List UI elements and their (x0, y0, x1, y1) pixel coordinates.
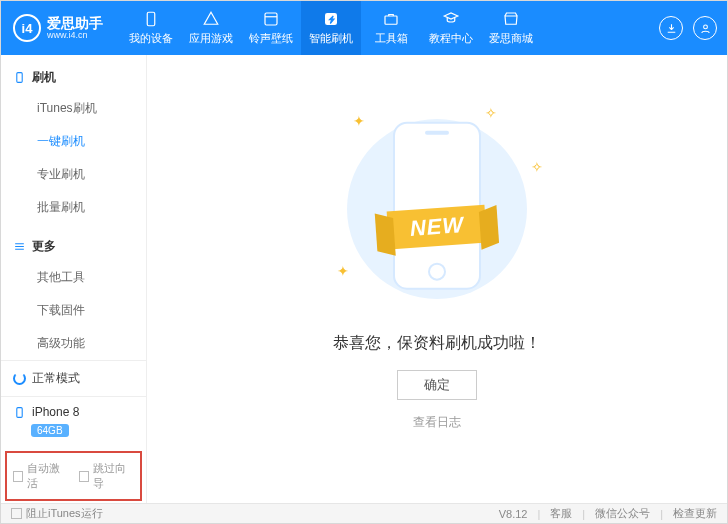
main-content: ✦✧✦✧ NEW 恭喜您，保资料刷机成功啦！ 确定 查看日志 (147, 55, 727, 503)
sidebar-item-advanced[interactable]: 高级功能 (1, 327, 146, 360)
device-mode[interactable]: 正常模式 (1, 361, 146, 397)
sidebar-bottom: 正常模式 iPhone 8 64GB 自动激活 跳过向导 (1, 360, 146, 507)
sidebar: 刷机 iTunes刷机 一键刷机 专业刷机 批量刷机 更多 其他工具 下载固件 … (1, 55, 147, 503)
sidebar-options-highlighted: 自动激活 跳过向导 (5, 451, 142, 501)
nav-apps-games[interactable]: 应用游戏 (181, 1, 241, 55)
header-right (659, 16, 717, 40)
sidebar-item-batch-flash[interactable]: 批量刷机 (1, 191, 146, 224)
svg-rect-7 (17, 407, 22, 417)
sidebar-head-more[interactable]: 更多 (1, 232, 146, 261)
top-nav: 我的设备 应用游戏 铃声壁纸 智能刷机 工具箱 教程中心 爱思商城 (121, 1, 659, 55)
nav-tutorials[interactable]: 教程中心 (421, 1, 481, 55)
brand-name-en: www.i4.cn (47, 30, 103, 41)
app-header: i4 爱思助手 www.i4.cn 我的设备 应用游戏 铃声壁纸 智能刷机 工具… (1, 1, 727, 55)
sidebar-item-oneclick-flash[interactable]: 一键刷机 (1, 125, 146, 158)
sidebar-section-flash: 刷机 iTunes刷机 一键刷机 专业刷机 批量刷机 (1, 55, 146, 224)
sidebar-item-other-tools[interactable]: 其他工具 (1, 261, 146, 294)
success-illustration: ✦✧✦✧ NEW (307, 99, 567, 319)
nav-label: 爱思商城 (489, 31, 533, 46)
checkbox-label: 跳过向导 (93, 461, 134, 491)
spinner-icon (13, 372, 26, 385)
sidebar-section-more: 更多 其他工具 下载固件 高级功能 (1, 224, 146, 360)
wechat-link[interactable]: 微信公众号 (595, 506, 650, 521)
svg-point-5 (703, 24, 707, 28)
nav-label: 工具箱 (375, 31, 408, 46)
checkbox-label: 阻止iTunes运行 (26, 506, 103, 521)
success-message: 恭喜您，保资料刷机成功啦！ (333, 333, 541, 354)
new-ribbon: NEW (387, 204, 488, 249)
device-name: iPhone 8 (32, 405, 79, 419)
check-update-link[interactable]: 检查更新 (673, 506, 717, 521)
nav-ringtones-wallpapers[interactable]: 铃声壁纸 (241, 1, 301, 55)
logo-text: 爱思助手 www.i4.cn (47, 16, 103, 41)
svg-rect-4 (385, 16, 397, 24)
sidebar-item-itunes-flash[interactable]: iTunes刷机 (1, 92, 146, 125)
checkbox-icon (79, 471, 89, 482)
nav-toolbox[interactable]: 工具箱 (361, 1, 421, 55)
user-icon[interactable] (693, 16, 717, 40)
checkbox-icon (11, 508, 22, 519)
checkbox-auto-activate[interactable]: 自动激活 (13, 461, 69, 491)
svg-rect-2 (265, 13, 277, 25)
device-mode-label: 正常模式 (32, 370, 80, 387)
version-label: V8.12 (499, 508, 528, 520)
view-log-link[interactable]: 查看日志 (413, 414, 461, 431)
phone-icon (13, 406, 26, 419)
phone-icon (13, 71, 26, 84)
nav-label: 智能刷机 (309, 31, 353, 46)
nav-label: 教程中心 (429, 31, 473, 46)
menu-icon (13, 240, 26, 253)
download-icon[interactable] (659, 16, 683, 40)
nav-store[interactable]: 爱思商城 (481, 1, 541, 55)
checkbox-skip-guide[interactable]: 跳过向导 (79, 461, 135, 491)
checkbox-label: 自动激活 (27, 461, 68, 491)
sidebar-head-label: 更多 (32, 238, 56, 255)
nav-label: 应用游戏 (189, 31, 233, 46)
sidebar-head-flash[interactable]: 刷机 (1, 63, 146, 92)
nav-label: 铃声壁纸 (249, 31, 293, 46)
nav-label: 我的设备 (129, 31, 173, 46)
sidebar-head-label: 刷机 (32, 69, 56, 86)
app-body: 刷机 iTunes刷机 一键刷机 专业刷机 批量刷机 更多 其他工具 下载固件 … (1, 55, 727, 503)
sidebar-item-download-firmware[interactable]: 下载固件 (1, 294, 146, 327)
device-row[interactable]: iPhone 8 (1, 397, 146, 423)
logo-badge: i4 (13, 14, 41, 42)
support-link[interactable]: 客服 (550, 506, 572, 521)
svg-rect-1 (147, 12, 155, 26)
capacity-badge: 64GB (31, 424, 69, 437)
brand-name-zh: 爱思助手 (47, 16, 103, 30)
svg-rect-6 (17, 73, 22, 83)
footer-right: V8.12 | 客服 | 微信公众号 | 检查更新 (499, 506, 717, 521)
confirm-button[interactable]: 确定 (397, 370, 477, 400)
brand-logo[interactable]: i4 爱思助手 www.i4.cn (13, 14, 103, 42)
checkbox-block-itunes[interactable]: 阻止iTunes运行 (11, 506, 103, 521)
checkbox-icon (13, 471, 23, 482)
nav-smart-flash[interactable]: 智能刷机 (301, 1, 361, 55)
nav-my-device[interactable]: 我的设备 (121, 1, 181, 55)
sidebar-item-pro-flash[interactable]: 专业刷机 (1, 158, 146, 191)
